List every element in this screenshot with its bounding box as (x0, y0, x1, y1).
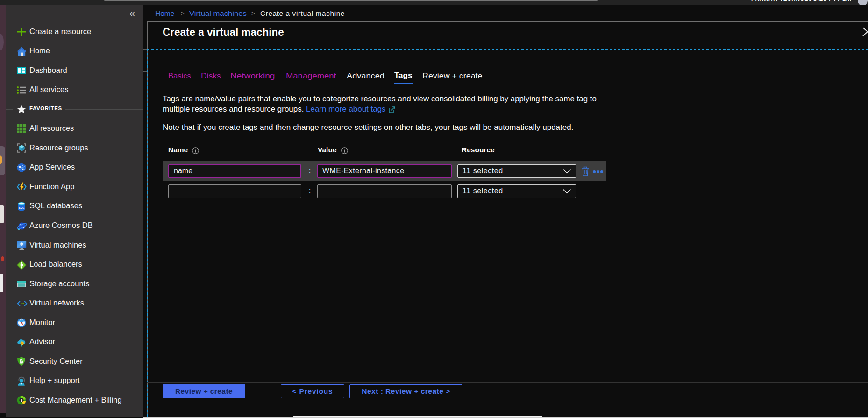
svg-text:SQL: SQL (19, 206, 25, 209)
